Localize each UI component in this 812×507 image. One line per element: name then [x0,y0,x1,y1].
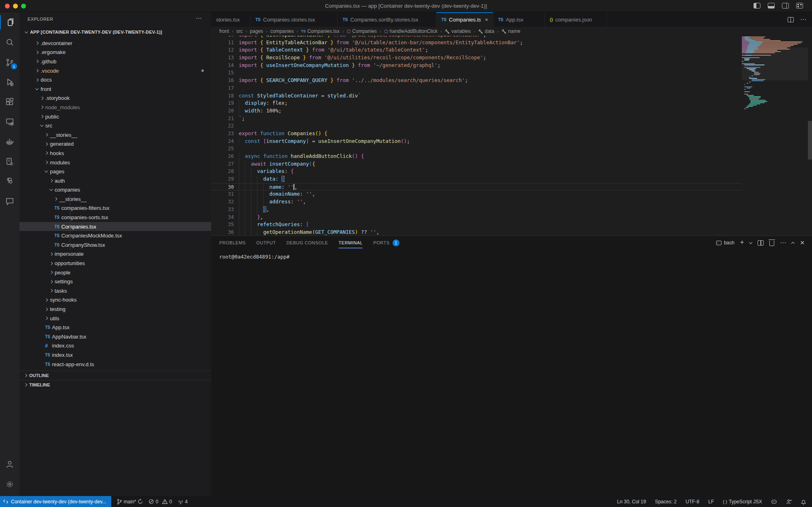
code-line-20[interactable]: 20 width: 100%; [211,107,742,115]
breadcrumb-item-companies[interactable]: companies [270,28,294,34]
code-line-24[interactable]: 24 const [insertCompany] = useInsertOneC… [211,138,742,145]
breadcrumb-item-front[interactable]: front [219,28,229,34]
tree-file-Companies.tsx[interactable]: TSCompanies.tsx [19,222,211,231]
activity-bar-item-source-control[interactable]: 1 [0,52,19,72]
code-line-22[interactable]: 22 [211,122,742,130]
forwarded-ports-status[interactable]: 4 [178,499,188,505]
code-line-35[interactable]: 35 refetchQueries: [ [211,221,742,229]
editor-tab-companies.json[interactable]: {}companies.json [545,12,607,27]
toggle-sidebar-icon[interactable] [754,3,760,9]
tree-folder-.vscode[interactable]: .vscode [19,66,211,76]
code-line-27[interactable]: 27 await insertCompany({ [211,160,742,168]
tree-folder-hooks[interactable]: hooks [19,149,211,158]
tree-folder-.github[interactable]: .github [19,57,211,66]
panel-tab-debug-console[interactable]: DEBUG CONSOLE [286,240,328,245]
close-tab-icon[interactable]: × [485,17,488,23]
tree-file-AppNavbar.tsx[interactable]: TSAppNavbar.tsx [19,332,211,341]
breadcrumb-item-data[interactable]: 🔧data [478,28,495,34]
code-line-17[interactable]: 17 [211,84,742,92]
minimap-viewport[interactable] [742,47,808,80]
code-line-31[interactable]: 31 domainName: '', [211,190,742,198]
activity-bar-item-remote-explorer[interactable] [0,112,19,132]
terminal-profile[interactable]: › bash [716,240,734,246]
tree-file-CompanyShow.tsx[interactable]: TSCompanyShow.tsx [19,240,211,250]
activity-bar-item-docker[interactable] [0,132,19,151]
breadcrumb-item-pages[interactable]: pages [250,28,263,34]
panel-tab-output[interactable]: OUTPUT [256,240,276,245]
editor-tab-App.tsx[interactable]: TSApp.tsx [493,12,545,27]
code-line-26[interactable]: 26 async function handleAddButtonClick()… [211,153,742,160]
activity-bar-item-extensions[interactable] [0,92,19,112]
tree-folder-pages[interactable]: pages [19,167,211,176]
code-editor[interactable]: 10import { WithTopBarContainer } from '@… [211,36,812,235]
tree-folder-docs[interactable]: docs [19,75,211,84]
cursor-position-status[interactable]: Ln 30, Col 19 [617,499,646,505]
tree-folder-.ergomake[interactable]: .ergomake [19,48,211,57]
code-line-11[interactable]: 11import { EntityTableActionBar } from '… [211,39,742,47]
timeline-section[interactable]: TIMELINE [19,380,211,389]
editor-scrollbar[interactable] [808,121,812,160]
notifications-status[interactable] [801,499,806,505]
workspace-section-header[interactable]: APP [CONTAINER DEV-TWENTY-DEV (DEV-TWENT… [19,27,211,37]
activity-bar-item-file-settings[interactable] [0,151,19,171]
activity-bar-item-figma[interactable] [0,171,19,191]
code-line-23[interactable]: 23export function Companies() { [211,130,742,138]
activity-bar-item-run-and-debug[interactable] [0,72,19,92]
activity-bar-item-explorer[interactable] [0,12,19,32]
eol-status[interactable]: LF [708,499,714,505]
activity-bar-item-comments[interactable] [0,191,19,211]
tree-folder-.devcontainer[interactable]: .devcontainer [19,39,211,48]
code-line-34[interactable]: 34 }, [211,214,742,221]
split-editor-icon[interactable] [788,17,794,22]
code-line-33[interactable]: 33 }, [211,206,742,214]
tree-folder-opportunities[interactable]: opportunities [19,259,211,268]
code-line-13[interactable]: 13import { RecoilScope } from '@/ui/util… [211,54,742,62]
tree-folder-src[interactable]: src [19,121,211,130]
editor-tab-stories.tsx[interactable]: stories.tsx [211,12,251,27]
maximize-panel-icon[interactable] [791,242,795,245]
tree-folder-modules[interactable]: modules [19,158,211,167]
toggle-secondary-sidebar-icon[interactable] [782,3,789,9]
minimap[interactable] [742,36,808,235]
activity-bar-item-accounts[interactable] [0,454,19,474]
tree-folder-companies[interactable]: companies [19,186,211,195]
tree-folder-generated[interactable]: generated [19,140,211,149]
toggle-panel-icon[interactable] [768,3,775,9]
code-line-21[interactable]: 21`; [211,115,742,123]
code-line-12[interactable]: 12import { TableContext } from '@/ui/tab… [211,46,742,54]
code-line-10[interactable]: 10import { WithTopBarContainer } from '@… [211,36,742,39]
code-line-16[interactable]: 16import { SEARCH_COMPANY_QUERY } from '… [211,77,742,84]
code-line-30[interactable]: 30 name: '', [211,183,742,191]
tree-file-companies-sorts.tsx[interactable]: TScompanies-sorts.tsx [19,213,211,222]
tree-file-CompaniesMockMode.tsx[interactable]: TSCompaniesMockMode.tsx [19,231,211,240]
code-line-14[interactable]: 14import { useInsertOneCompanyMutation }… [211,62,742,69]
tree-folder-auth[interactable]: auth [19,176,211,186]
terminal-dropdown-icon[interactable] [749,240,752,244]
remote-indicator[interactable]: Container dev-twenty-dev (dev-twenty-dev… [0,496,111,507]
customize-layout-icon[interactable] [796,3,803,9]
breadcrumb-item-Companies.tsx[interactable]: TSCompanies.tsx [301,28,339,34]
tree-folder-utils[interactable]: utils [19,314,211,323]
split-terminal-icon[interactable] [758,240,764,246]
breadcrumb-item-variables[interactable]: 🔧variables [445,28,471,34]
editor-tab-Companies.stories.tsx[interactable]: TSCompanies.stories.tsx [251,12,338,27]
tree-folder-stories[interactable]: __stories__ [19,130,211,140]
tree-folder-tasks[interactable]: tasks [19,286,211,296]
code-line-19[interactable]: 19 display: flex; [211,99,742,107]
feedback-status[interactable] [786,499,792,505]
editor-tab-Companies.tsx[interactable]: TSCompanies.tsx× [436,12,493,27]
kill-terminal-icon[interactable] [769,241,774,246]
copilot-status[interactable] [771,499,777,505]
encoding-status[interactable]: UTF-8 [686,499,700,505]
code-line-15[interactable]: 15 [211,69,742,77]
breadcrumb-item-name[interactable]: 🔧name [501,28,520,34]
tree-file-index.tsx[interactable]: TSindex.tsx [19,350,211,360]
editor-tab-Companies.sortBy.stories.tsx[interactable]: TSCompanies.sortBy.stories.tsx [338,12,436,27]
panel-tab-terminal[interactable]: TERMINAL [339,240,363,245]
tree-folder-settings[interactable]: settings [19,277,211,286]
panel-tab-ports[interactable]: PORTS1 [373,239,399,246]
close-panel-icon[interactable]: ✕ [800,239,805,246]
code-line-25[interactable]: 25 [211,145,742,153]
outline-section[interactable]: OUTLINE [19,371,211,380]
breadcrumb-item-src[interactable]: src [236,28,243,34]
